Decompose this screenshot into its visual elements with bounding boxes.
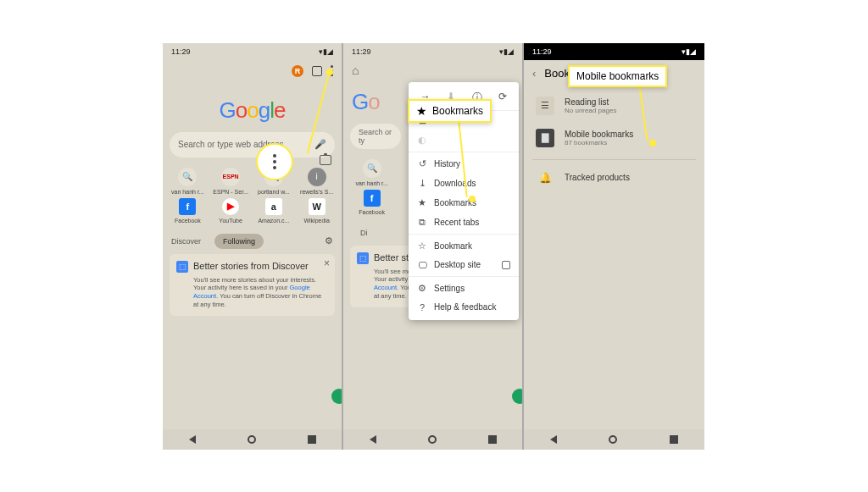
facebook-icon: f <box>179 198 196 215</box>
home-button[interactable] <box>609 435 617 444</box>
bookmark-item-tracked[interactable]: 🔔 Tracked products <box>524 165 704 191</box>
menu-recent-tabs[interactable]: ⧉Recent tabs <box>409 213 519 232</box>
back-icon[interactable]: ‹ <box>532 67 536 80</box>
shortcut-vanhanh[interactable]: 🔍van hanh r... <box>168 168 208 195</box>
espn-icon: ESPN <box>221 168 240 186</box>
profile-avatar[interactable]: R <box>292 65 303 77</box>
recents-button[interactable] <box>488 435 497 444</box>
status-bar: 11:29 ▾▮◢ <box>163 43 342 60</box>
fab-button[interactable] <box>512 389 524 404</box>
star-icon: ★ <box>417 197 427 208</box>
menu-desktop-site[interactable]: 🖵Desktop site <box>409 256 519 274</box>
menu-bookmarks[interactable]: ★Bookmarks <box>409 193 519 213</box>
status-time: 11:29 <box>352 47 371 56</box>
search-bar-partial[interactable]: Search or ty <box>350 124 401 149</box>
gear-icon[interactable]: ⚙ <box>325 235 333 246</box>
folder-icon: ▇ <box>536 129 554 147</box>
shortcut-youtube[interactable]: ▶YouTube <box>211 198 251 224</box>
highlight-dot <box>326 69 333 75</box>
incognito-icon: ◐ <box>417 135 427 146</box>
android-nav-bar <box>163 429 342 450</box>
shortcut-amazon[interactable]: aAmazon.c... <box>254 198 294 224</box>
phone-3: 11:29 ▾▮◢ ‹ Bookma ☰ Reading list No unr… <box>524 43 704 450</box>
tab-following[interactable]: Following <box>214 234 264 249</box>
overflow-menu-magnified-icon <box>273 154 276 169</box>
menu-bookmark[interactable]: ☆Bookmark <box>409 236 519 256</box>
tab-discover[interactable]: Discover <box>163 234 209 249</box>
android-nav-bar <box>343 429 522 450</box>
shortcut-espn[interactable]: ESPNESPN - Ser... <box>211 168 251 195</box>
home-icon[interactable]: ⌂ <box>352 64 359 77</box>
shortcut-rewells[interactable]: irewells's S... <box>297 168 337 195</box>
magnifier-icon: 🔍 <box>363 159 381 178</box>
phone-1: 11:29 ▾▮◢ R Google Search or type web ad… <box>163 43 343 450</box>
magnifier-icon: 🔍 <box>178 168 197 186</box>
amazon-icon: a <box>265 198 282 215</box>
menu-help[interactable]: ?Help & feedback <box>409 298 519 317</box>
shortcut-facebook[interactable]: fFacebook <box>348 190 395 215</box>
reading-list-icon: ☰ <box>536 97 554 115</box>
highlight-ring <box>256 143 293 180</box>
menu-settings[interactable]: ⚙Settings <box>409 279 519 298</box>
android-nav-bar <box>524 429 704 450</box>
home-button[interactable] <box>248 435 256 444</box>
callout-mobile-bookmarks: Mobile bookmarks <box>568 65 667 87</box>
camera-icon[interactable] <box>320 155 331 165</box>
info-icon: i <box>308 168 326 186</box>
tab-switcher-icon[interactable] <box>312 66 322 76</box>
bookmark-item-reading-list[interactable]: ☰ Reading list No unread pages <box>524 90 704 122</box>
status-bar: 11:29 ▾▮◢ <box>524 43 704 60</box>
back-button[interactable] <box>370 435 376 444</box>
back-button[interactable] <box>550 435 557 444</box>
status-icons: ▾▮◢ <box>499 47 514 56</box>
card-title: Better stories from Discover <box>193 261 309 272</box>
facebook-icon: f <box>364 190 381 207</box>
discover-icon: ⬚ <box>357 252 369 264</box>
back-button[interactable] <box>189 435 196 444</box>
callout-bookmarks: ★ Bookmarks <box>408 99 492 123</box>
phone-2: 11:29 ▾▮◢ ⌂ Go Search or ty 🔍van hanh r.… <box>343 43 524 450</box>
wikipedia-icon: W <box>309 198 326 215</box>
home-button[interactable] <box>428 435 437 444</box>
status-time: 11:29 <box>171 47 191 56</box>
tabs-icon: ⧉ <box>417 217 427 228</box>
shortcut-vanhanh[interactable]: 🔍van hanh r... <box>348 159 395 186</box>
checkbox[interactable] <box>502 261 510 269</box>
recents-button[interactable] <box>308 435 316 444</box>
divider <box>532 159 696 160</box>
shortcut-wikipedia[interactable]: WWikipedia <box>297 198 337 224</box>
desktop-icon: 🖵 <box>417 260 427 270</box>
status-icons: ▾▮◢ <box>682 47 696 56</box>
help-icon: ? <box>417 302 427 312</box>
highlight-dot <box>469 196 476 202</box>
youtube-icon: ▶ <box>222 198 239 215</box>
star-outline-icon: ☆ <box>417 240 427 252</box>
fab-button[interactable] <box>331 389 343 404</box>
status-icons: ▾▮◢ <box>319 47 333 56</box>
status-time: 11:29 <box>532 47 552 56</box>
recents-button[interactable] <box>670 435 678 444</box>
shortcut-facebook[interactable]: fFacebook <box>168 198 208 224</box>
close-icon[interactable]: × <box>324 257 330 269</box>
tutorial-screenshot-tryptic: 11:29 ▾▮◢ R Google Search or type web ad… <box>163 43 705 450</box>
card-body: You'll see more stories about your inter… <box>193 276 328 309</box>
status-bar: 11:29 ▾▮◢ <box>343 43 522 60</box>
history-icon: ↺ <box>417 158 427 169</box>
mic-icon[interactable]: 🎤 <box>314 139 326 150</box>
bell-icon: 🔔 <box>536 172 554 184</box>
tab-discover-partial[interactable]: Di <box>352 225 376 240</box>
highlight-dot <box>649 140 656 146</box>
gear-icon: ⚙ <box>417 283 427 294</box>
bookmark-item-mobile-bookmarks[interactable]: ▇ Mobile bookmarks 87 bookmarks <box>524 122 704 154</box>
discover-card[interactable]: × ⬚ Better stories from Discover You'll … <box>170 254 335 316</box>
refresh-icon[interactable]: ⟳ <box>498 91 507 105</box>
star-icon: ★ <box>416 104 427 118</box>
download-icon: ⤓ <box>417 178 427 189</box>
menu-incognito[interactable]: ◐ <box>409 130 519 150</box>
discover-icon: ⬚ <box>176 261 188 273</box>
